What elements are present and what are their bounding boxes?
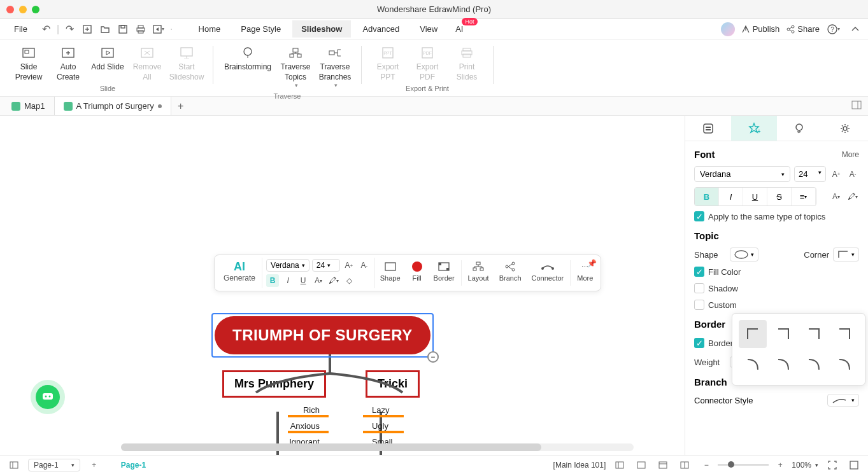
- clear-format-button[interactable]: ◇: [343, 274, 355, 287]
- corner-option-round-3[interactable]: [800, 351, 828, 379]
- canvas[interactable]: 📌 AI Generate Verdana ▾ 24 ▾ A+ A- B I U…: [0, 116, 685, 455]
- redo-button[interactable]: ↷: [62, 22, 77, 37]
- print-slides-button[interactable]: Print Slides: [448, 45, 485, 82]
- page-select[interactable]: Page-1▾: [28, 459, 80, 471]
- shadow-checkbox[interactable]: Shadow: [694, 283, 859, 293]
- font-size-select[interactable]: 24 ▾: [312, 259, 340, 272]
- traverse-topics-button[interactable]: Traverse Topics: [277, 45, 314, 90]
- border-tool[interactable]: Border: [429, 258, 460, 288]
- traverse-branches-button[interactable]: Traverse Branches: [317, 45, 353, 90]
- shape-select[interactable]: ▾: [730, 247, 758, 261]
- view-mode-2[interactable]: [634, 457, 649, 473]
- view-mode-4[interactable]: [677, 457, 692, 473]
- slide-preview-button[interactable]: Slide Preview: [10, 45, 47, 82]
- panel-tab-outline[interactable]: [685, 116, 731, 141]
- export-pdf-button[interactable]: PDFExport PDF: [409, 45, 446, 82]
- fullscreen-button[interactable]: [846, 457, 862, 473]
- layout-tool[interactable]: Layout: [463, 258, 494, 288]
- apply-same-checkbox[interactable]: ✓ Apply to the same type of topics: [694, 211, 859, 221]
- add-page-button[interactable]: +: [87, 457, 102, 473]
- start-slideshow-button[interactable]: Start Slideshow: [168, 45, 205, 82]
- sub-node-2[interactable]: Tricki: [366, 370, 420, 398]
- tab-map1[interactable]: Map1: [3, 97, 55, 115]
- horizontal-scrollbar[interactable]: [121, 443, 634, 451]
- zoom-in-button[interactable]: +: [772, 457, 788, 473]
- bold-button[interactable]: B: [695, 188, 719, 206]
- menu-ai[interactable]: AI Hot: [449, 22, 469, 36]
- font-family-select[interactable]: Verdana ▾: [266, 259, 309, 272]
- custom-checkbox[interactable]: Custom: [694, 300, 859, 310]
- view-mode-3[interactable]: [655, 457, 671, 473]
- underline-button[interactable]: U: [297, 274, 309, 287]
- font-more[interactable]: More: [842, 150, 859, 159]
- zoom-out-button[interactable]: −: [699, 457, 714, 473]
- corner-option-square-alt2[interactable]: [830, 320, 858, 348]
- export-ppt-button[interactable]: PPTExport PPT: [369, 45, 406, 82]
- sub-node-1[interactable]: Mrs Pumphery: [222, 370, 326, 398]
- main-node-selection[interactable]: TRIUMPH OF SURGERY −: [211, 313, 434, 358]
- panel-tab-settings[interactable]: [822, 116, 868, 141]
- bold-button[interactable]: B: [266, 274, 279, 287]
- corner-option-round-4[interactable]: [830, 351, 858, 379]
- corner-option-square[interactable]: [739, 320, 767, 348]
- save-button[interactable]: [115, 22, 131, 37]
- auto-create-button[interactable]: Auto Create: [50, 45, 87, 82]
- italic-button[interactable]: I: [719, 188, 743, 206]
- corner-option-square-tr[interactable]: [769, 320, 797, 348]
- view-mode-1[interactable]: [612, 457, 627, 473]
- maximize-window[interactable]: [32, 6, 39, 13]
- user-avatar[interactable]: [721, 22, 735, 36]
- panel-tab-style[interactable]: +: [731, 116, 777, 141]
- align-button[interactable]: ≡▾: [792, 188, 816, 206]
- collapse-handle[interactable]: −: [427, 351, 439, 363]
- decrease-font[interactable]: A-: [846, 168, 859, 181]
- file-menu[interactable]: File: [5, 22, 36, 36]
- branch-tool[interactable]: Branch: [494, 258, 527, 288]
- help-button[interactable]: ?▾: [826, 22, 841, 37]
- highlight-button[interactable]: 🖍▾: [327, 274, 340, 287]
- increase-font-button[interactable]: A+: [343, 259, 355, 272]
- menu-advanced[interactable]: Advanced: [353, 20, 408, 38]
- layout-toggle[interactable]: [845, 101, 868, 112]
- brainstorming-button[interactable]: Brainstorming: [221, 45, 274, 90]
- menu-view[interactable]: View: [411, 20, 446, 38]
- strike-button[interactable]: S: [767, 188, 792, 206]
- corner-option-round-2[interactable]: [769, 351, 797, 379]
- open-button[interactable]: [97, 22, 113, 37]
- leaf-item[interactable]: Lazy: [366, 405, 423, 415]
- page-tab[interactable]: Page-1: [108, 461, 159, 470]
- highlight-button[interactable]: 🖍▾: [846, 190, 859, 203]
- increase-font[interactable]: A+: [830, 168, 843, 181]
- collapse-ribbon[interactable]: [848, 22, 863, 37]
- export-button[interactable]: ▾: [151, 22, 166, 37]
- menu-slideshow[interactable]: Slideshow: [292, 20, 351, 38]
- remove-all-button[interactable]: Remove All: [129, 45, 166, 82]
- minimize-window[interactable]: [19, 6, 27, 13]
- share-button[interactable]: Share: [786, 24, 820, 34]
- fit-screen-button[interactable]: [825, 457, 840, 473]
- zoom-slider[interactable]: [718, 464, 769, 466]
- publish-button[interactable]: Publish: [741, 24, 780, 34]
- shape-tool[interactable]: Shape: [375, 258, 406, 288]
- scrollbar-thumb[interactable]: [121, 443, 541, 451]
- fill-color-checkbox[interactable]: ✓ Fill Color: [694, 267, 859, 277]
- corner-select[interactable]: ▾: [833, 247, 859, 261]
- leaf-item[interactable]: Ugly: [366, 421, 423, 431]
- chat-assistant-button[interactable]: [36, 385, 60, 409]
- pin-icon[interactable]: 📌: [587, 259, 597, 268]
- leaf-item[interactable]: Rich: [269, 405, 326, 415]
- add-slide-button[interactable]: Add Slide: [89, 45, 126, 82]
- connector-tool[interactable]: Connector: [527, 258, 569, 288]
- font-family-select[interactable]: Verdana▾: [694, 166, 790, 182]
- leaf-item[interactable]: Anxious: [269, 421, 326, 431]
- panel-tab-map[interactable]: [777, 116, 823, 141]
- ai-generate-button[interactable]: AI Generate: [217, 258, 262, 288]
- italic-button[interactable]: I: [281, 274, 294, 287]
- corner-option-square-alt[interactable]: [800, 320, 828, 348]
- print-button[interactable]: [133, 22, 148, 37]
- decrease-font-button[interactable]: A-: [358, 259, 371, 272]
- menu-page-style[interactable]: Page Style: [232, 20, 290, 38]
- font-color-button[interactable]: A▾: [312, 274, 325, 287]
- underline-button[interactable]: U: [743, 188, 767, 206]
- connector-style-select[interactable]: ▾: [827, 394, 859, 407]
